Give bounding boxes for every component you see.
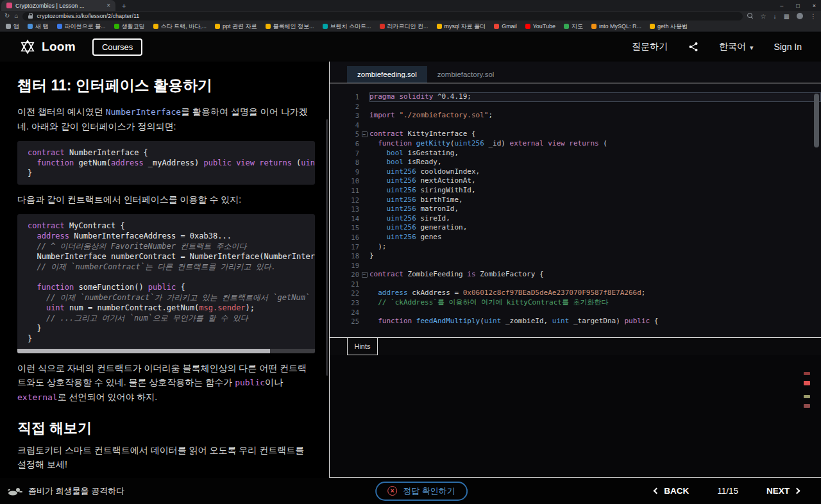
bookmark-item[interactable]: 파이썬으로 블... bbox=[57, 22, 106, 31]
extensions-icon[interactable] bbox=[784, 13, 790, 20]
fold-gutter bbox=[359, 176, 369, 186]
reload-icon[interactable] bbox=[4, 13, 10, 19]
back-button[interactable]: BACK bbox=[654, 486, 689, 496]
text-run: { bbox=[650, 317, 658, 325]
text-run: ^0.4.19; bbox=[433, 92, 471, 101]
editor-line[interactable]: 15 uint256 generation, bbox=[330, 223, 821, 233]
editor-line[interactable]: 13 uint256 matronId, bbox=[330, 205, 821, 214]
bookmark-item[interactable]: mysql 자료 폴더 bbox=[437, 22, 486, 31]
editor-line[interactable]: 3import "./zombiefactory.sol"; bbox=[330, 111, 821, 121]
bookmark-item[interactable]: geth 사용법 bbox=[650, 22, 688, 31]
language-selector[interactable]: 한국어 bbox=[719, 41, 754, 53]
bookmark-item[interactable]: 블록체인 정보... bbox=[266, 22, 314, 31]
share-icon[interactable] bbox=[688, 42, 698, 52]
annotation-marker bbox=[804, 381, 810, 385]
x-circle-icon bbox=[387, 486, 397, 496]
tab-zombiefeeding-sol[interactable]: zombiefeeding.sol bbox=[347, 66, 427, 83]
editor-line[interactable]: 14 uint256 sireId, bbox=[330, 214, 821, 224]
home-icon[interactable] bbox=[14, 13, 18, 19]
text-run: external bbox=[510, 139, 544, 147]
editor-line[interactable]: 10 uint256 nextActionAt, bbox=[330, 176, 821, 186]
tab-hints[interactable]: Hints bbox=[347, 338, 378, 355]
bookmark-item[interactable]: Gmail bbox=[494, 23, 517, 29]
check-answer-button[interactable]: 정답 확인하기 bbox=[375, 482, 468, 501]
url-field[interactable]: cryptozombies.io/ko/lesson/2/chapter/11 bbox=[22, 12, 742, 21]
bookmark-star-icon[interactable] bbox=[761, 13, 766, 20]
line-content: contract ZombieFeeding is ZombieFactory … bbox=[369, 270, 821, 280]
bookmark-favicon bbox=[494, 24, 499, 29]
bookmark-item[interactable]: 브랜치 스마트... bbox=[323, 22, 371, 31]
window-close-button[interactable] bbox=[813, 3, 816, 9]
text-run: birthTime, bbox=[416, 196, 463, 204]
line-number: 5 bbox=[330, 130, 359, 139]
window-maximize-button[interactable] bbox=[796, 3, 799, 9]
editor-scrollbar[interactable] bbox=[814, 94, 819, 330]
editor-line[interactable]: 11 uint256 siringWithId, bbox=[330, 186, 821, 196]
bookmark-item[interactable]: into MySQL: R... bbox=[591, 23, 641, 29]
editor-line[interactable]: 16 uint256 genes bbox=[330, 233, 821, 242]
next-button[interactable]: NEXT bbox=[766, 486, 799, 496]
url-text: cryptozombies.io/ko/lesson/2/chapter/11 bbox=[37, 13, 139, 19]
editor-line[interactable]: 19 bbox=[330, 261, 821, 271]
bookmark-item[interactable]: 새 탭 bbox=[28, 22, 49, 31]
editor-line[interactable]: 6 function getKitty(uint256 _id) externa… bbox=[330, 139, 821, 149]
lock-icon[interactable] bbox=[28, 15, 33, 19]
editor-tab-bar: zombiefeeding.solzombiefactory.sol bbox=[330, 62, 821, 83]
editor-line[interactable]: 21 bbox=[330, 280, 821, 289]
bookmark-item[interactable]: ppt 관련 자료 bbox=[215, 22, 257, 31]
bookmark-item[interactable]: 지도 bbox=[564, 22, 583, 31]
sign-in-link[interactable]: Sign In bbox=[774, 42, 802, 52]
editor-line[interactable]: 12 uint256 birthTime, bbox=[330, 196, 821, 205]
courses-button[interactable]: Courses bbox=[92, 38, 142, 56]
window-minimize-button[interactable] bbox=[780, 3, 783, 9]
horizontal-scrollbar[interactable] bbox=[17, 349, 315, 353]
bookmark-item[interactable]: 스타 트랙, 바다,... bbox=[153, 22, 207, 31]
code-line: // ^ 이더리움상의 FavoriteNumber 컨트랙트 주소이다 bbox=[28, 241, 305, 251]
text-run: cooldownIndex, bbox=[416, 167, 480, 176]
bookmark-item[interactable]: YouTube bbox=[525, 23, 555, 29]
editor-line[interactable]: 5contract KittyInterface { bbox=[330, 130, 821, 139]
editor-line[interactable]: 9 uint256 cooldownIndex, bbox=[330, 167, 821, 177]
browser-menu-icon[interactable] bbox=[810, 13, 817, 20]
browser-tab[interactable]: CryptoZombies | Lesson ... bbox=[1, 0, 115, 11]
editor-line[interactable]: 17 ); bbox=[330, 242, 821, 252]
editor-line[interactable]: 4 bbox=[330, 121, 821, 130]
bookmark-item[interactable]: 앱 bbox=[6, 22, 19, 31]
tab-zombiefactory-sol[interactable]: zombiefactory.sol bbox=[427, 66, 505, 83]
code-line: address NumberInterfaceAddress = 0xab38.… bbox=[28, 231, 305, 241]
text-run: bool bbox=[387, 149, 404, 157]
text-run: bool bbox=[387, 158, 404, 166]
search-icon[interactable] bbox=[747, 13, 754, 19]
code-line: // 이제 `numberContract`가 가리키고 있는 컨트랙트에서 `… bbox=[28, 292, 305, 303]
profile-avatar[interactable] bbox=[797, 13, 803, 19]
line-content: bool isReady, bbox=[369, 158, 821, 167]
lesson-scrollbar[interactable] bbox=[326, 119, 328, 376]
editor-line[interactable]: 24 bbox=[330, 308, 821, 317]
editor-line[interactable]: 1pragma solidity ^0.4.19; bbox=[330, 92, 821, 102]
fold-icon[interactable] bbox=[359, 130, 369, 139]
bookmark-item[interactable]: 리카르디안 컨... bbox=[380, 22, 428, 31]
editor-line[interactable]: 18} bbox=[330, 251, 821, 261]
editor-line[interactable]: 2 bbox=[330, 102, 821, 112]
bookmark-label: ppt 관련 자료 bbox=[223, 22, 257, 31]
editor-line[interactable]: 8 bool isReady, bbox=[330, 158, 821, 167]
editor-line[interactable]: 22 address ckAddress = 0x06012c8cf97BEaD… bbox=[330, 289, 821, 298]
tab-close-icon[interactable] bbox=[106, 3, 110, 9]
editor-line[interactable]: 23 // `ckAddress`를 이용하여 여기에 kittyContrac… bbox=[330, 298, 821, 308]
line-content: pragma solidity ^0.4.19; bbox=[369, 92, 821, 102]
new-tab-button[interactable] bbox=[122, 2, 126, 10]
line-number: 1 bbox=[330, 92, 359, 102]
editor-line[interactable]: 20contract ZombieFeeding is ZombieFactor… bbox=[330, 270, 821, 280]
text-run bbox=[369, 176, 387, 185]
line-number: 15 bbox=[330, 223, 359, 233]
code-editor[interactable]: 1pragma solidity ^0.4.19;2 3import "./zo… bbox=[330, 83, 821, 337]
text-run: uint256 bbox=[387, 186, 416, 194]
editor-line[interactable]: 25 function feedAndMultiply(uint _zombie… bbox=[330, 317, 821, 326]
brand[interactable]: Loom bbox=[19, 38, 76, 55]
editor-line[interactable]: 7 bool isGestating, bbox=[330, 149, 821, 158]
ask-question-link[interactable]: 질문하기 bbox=[632, 41, 668, 53]
fold-icon[interactable] bbox=[359, 270, 369, 280]
text-run: ZombieFeeding bbox=[403, 270, 467, 278]
download-icon[interactable] bbox=[774, 13, 777, 20]
bookmark-item[interactable]: 생활코딩 bbox=[114, 22, 145, 31]
